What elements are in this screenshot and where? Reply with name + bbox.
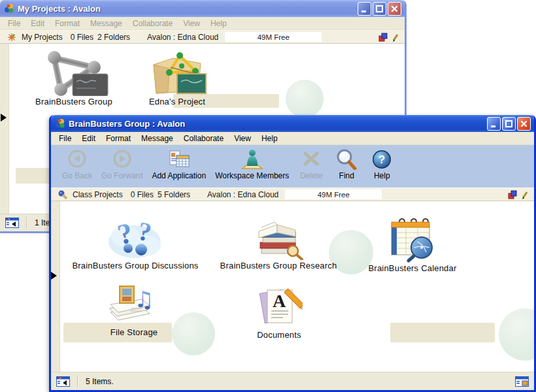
research-books-icon [252,216,305,260]
app-group-discussions[interactable]: ? ? BrainBusters Group Discussions [66,214,205,270]
menu-format[interactable]: Format [50,18,85,29]
sidebar-expander-icon[interactable] [1,114,7,122]
menu-edit[interactable]: Edit [76,133,101,144]
menu-view[interactable]: View [229,133,256,144]
my-projects-titlebar[interactable]: My Projects : Avalon [0,0,405,17]
app-label: File Storage [110,327,158,337]
network-group-icon [35,49,113,96]
cloud-name: Avalon : Edna Cloud [147,33,218,42]
menu-collaborate[interactable]: Collaborate [127,18,178,29]
add-application-icon [167,149,191,170]
menu-edit[interactable]: Edit [25,18,50,29]
brainbusters-titlebar[interactable]: BrainBusters Group : Avalon [51,115,534,132]
minimize-button[interactable] [358,2,371,16]
find-magnifier-icon [335,149,358,170]
sidebar-gutter [51,201,60,372]
layers-icon[interactable] [378,33,388,42]
app-group-research[interactable]: BrainBusters Group Research [213,216,344,270]
workspace-members-icon [241,149,264,170]
pencil-icon[interactable] [521,190,529,199]
background-decoration [286,80,324,118]
find-button[interactable]: Find [329,148,364,181]
app-icon [4,3,14,14]
svg-text:A: A [273,291,286,311]
window-title: BrainBusters Group : Avalon [69,119,484,129]
location-name: Class Projects [73,190,123,199]
app-documents[interactable]: A Documents [233,286,325,340]
folder-count: 2 Folders [97,33,130,42]
location-name: My Projects [22,33,63,42]
maximize-button[interactable] [373,2,386,16]
close-button[interactable] [517,117,531,131]
add-application-button[interactable]: Add Application [147,148,210,181]
help-button[interactable]: ? Help [364,148,399,181]
free-space-indicator: 49M Free [285,189,382,199]
cloud-name: Avalon : Edna Cloud [207,190,278,199]
app-calendar[interactable]: BrainBusters Calendar [360,217,465,273]
documents-icon: A [256,286,303,329]
app-file-storage[interactable]: ♫ File Storage [85,285,183,337]
sidebar-gutter [0,44,9,214]
location-infobar: Class Projects 0 Files 5 Folders Avalon … [51,188,534,201]
brainbusters-group-window: BrainBusters Group : Avalon File Edit Fo… [49,115,536,392]
app-label: BrainBusters Group Discussions [72,261,198,270]
forward-arrow-icon [110,149,134,170]
svg-text:♫: ♫ [134,286,154,312]
menu-format[interactable]: Format [101,133,136,144]
svg-text:?: ? [378,154,385,166]
file-count: 0 Files [71,33,93,42]
menu-collaborate[interactable]: Collaborate [178,133,229,144]
delete-button: Delete [293,148,329,181]
maximize-button[interactable] [502,117,516,131]
free-space-indicator: 49M Free [225,32,322,42]
file-count: 0 Files [131,190,154,199]
window-title: My Projects : Avalon [18,4,355,14]
workspace-members-button[interactable]: Workspace Members [210,148,293,181]
folder-brainbusters-group[interactable]: BrainBusters Group [18,49,130,106]
background-decoration [390,323,495,342]
back-arrow-icon [65,149,89,170]
layout-view-icon[interactable] [515,376,529,387]
app-label: BrainBusters Group Research [220,261,337,270]
background-decoration [499,308,534,361]
brainbusters-workspace: ? ? BrainBusters Group Discussions Brain… [51,201,534,372]
app-label: BrainBusters Calendar [369,263,457,273]
brainbusters-statusbar: 5 Items. [51,372,534,390]
menubar: File Edit Format Message Collaborate Vie… [51,132,534,145]
folder-label: BrainBusters Group [35,97,112,106]
calendar-icon [385,217,440,263]
file-storage-icon: ♫ [105,285,163,327]
menu-message[interactable]: Message [136,133,178,144]
sidebar-expander-icon[interactable] [51,272,57,280]
toolbar: Go Back Go Forward Add Application [51,145,534,188]
go-back-button: Go Back [58,148,97,181]
minimize-button[interactable] [487,117,501,131]
folder-ednas-project[interactable]: Edna's Project [128,49,226,106]
menu-file[interactable]: File [3,18,25,29]
app-label: Documents [257,330,301,340]
my-projects-icon [7,32,17,42]
discussions-icon: ? ? [107,214,163,260]
project-folder-icon [146,49,209,96]
go-forward-button: Go Forward [97,148,147,181]
folder-count: 5 Folders [158,190,190,199]
class-projects-icon [58,189,68,200]
menu-help[interactable]: Help [256,133,283,144]
menu-file[interactable]: File [54,133,76,144]
panel-toggle-icon[interactable] [56,376,70,387]
panel-toggle-icon[interactable] [5,218,19,228]
close-button[interactable] [388,2,401,16]
folder-label: Edna's Project [149,97,205,106]
pencil-icon[interactable] [392,33,399,42]
item-count: 5 Items. [86,377,114,386]
app-icon [55,118,65,129]
menu-message[interactable]: Message [85,18,127,29]
menu-view[interactable]: View [178,18,205,29]
layers-icon[interactable] [508,190,517,199]
delete-x-icon [299,149,323,170]
menubar: File Edit Format Message Collaborate Vie… [0,17,405,30]
menu-help[interactable]: Help [205,18,232,29]
help-icon: ? [370,149,394,170]
location-infobar: My Projects 0 Files 2 Folders Avalon : E… [0,30,405,44]
